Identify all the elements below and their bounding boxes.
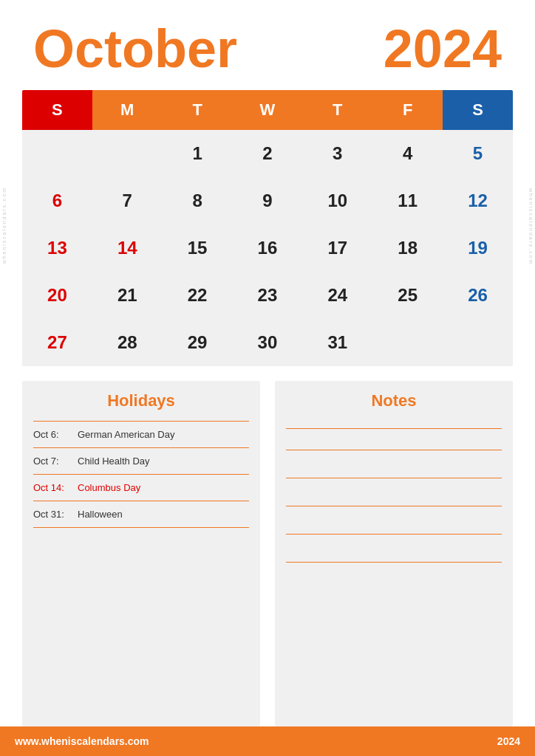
holiday-name: Halloween [78, 509, 123, 520]
notes-header: Notes [275, 381, 513, 421]
day-cell: 27 [22, 319, 92, 366]
month-title: October [33, 22, 237, 75]
day-cell: 31 [302, 319, 372, 366]
footer: www.wheniscalendars.com 2024 [0, 726, 535, 756]
calendar-week-2: 6789101112 [22, 177, 513, 224]
day-cell: 13 [22, 224, 92, 272]
header-thursday: T [302, 90, 372, 130]
day-cell: 1 [163, 130, 233, 177]
day-cell: 21 [92, 272, 163, 319]
notes-lines [275, 421, 513, 576]
holiday-item: Oct 14:Columbus Day [33, 475, 249, 501]
calendar-week-3: 13141516171819 [22, 224, 513, 272]
header-sunday: S [22, 90, 92, 130]
holidays-header: Holidays [22, 381, 260, 421]
watermark-left: w h e n i s c a l e n d a r s . c o m [0, 185, 21, 267]
day-cell: 26 [443, 272, 513, 319]
day-cell [92, 130, 163, 177]
page-container: w h e n i s c a l e n d a r s . c o m w … [0, 0, 535, 756]
day-cell: 10 [302, 177, 372, 224]
notes-line[interactable] [286, 456, 502, 478]
day-cell: 11 [372, 177, 443, 224]
holiday-item: Oct 31:Halloween [33, 501, 249, 528]
day-cell: 6 [22, 177, 92, 224]
day-cell: 29 [163, 319, 233, 366]
year-title: 2024 [384, 22, 502, 75]
notes-line[interactable] [286, 428, 502, 450]
notes-line[interactable] [286, 484, 502, 506]
day-cell: 25 [372, 272, 443, 319]
footer-year: 2024 [497, 735, 520, 747]
bottom-section: Holidays Oct 6:German American DayOct 7:… [22, 381, 513, 726]
holiday-name: German American Day [78, 429, 175, 440]
holiday-date: Oct 14: [33, 482, 78, 493]
holiday-date: Oct 31: [33, 509, 78, 520]
notes-line[interactable] [286, 540, 502, 563]
watermark-right: w h e n i s c a l e n d a r s . c o m [514, 185, 535, 267]
holiday-list: Oct 6:German American DayOct 7:Child Hea… [22, 421, 260, 535]
day-cell: 24 [302, 272, 372, 319]
day-cell: 9 [233, 177, 303, 224]
notes-line[interactable] [286, 512, 502, 535]
day-cell: 2 [233, 130, 303, 177]
header-wednesday: W [233, 90, 303, 130]
header-tuesday: T [163, 90, 233, 130]
day-cell: 14 [92, 224, 163, 272]
day-cell: 3 [302, 130, 372, 177]
notes-panel: Notes [275, 381, 513, 726]
day-cell: 23 [233, 272, 303, 319]
footer-url: www.wheniscalendars.com [15, 735, 149, 747]
day-header-row: S M T W T F S [22, 90, 513, 130]
calendar-container: S M T W T F S 12345678910111213141516171… [22, 90, 513, 366]
day-cell [372, 319, 443, 366]
holidays-panel: Holidays Oct 6:German American DayOct 7:… [22, 381, 260, 726]
holiday-name: Child Health Day [78, 456, 150, 467]
day-cell: 7 [92, 177, 163, 224]
header-friday: F [372, 90, 443, 130]
day-cell [22, 130, 92, 177]
day-cell: 4 [372, 130, 443, 177]
calendar-table: S M T W T F S 12345678910111213141516171… [22, 90, 513, 366]
day-cell: 28 [92, 319, 163, 366]
calendar-week-5: 2728293031 [22, 319, 513, 366]
holiday-item: Oct 7:Child Health Day [33, 448, 249, 475]
day-cell: 18 [372, 224, 443, 272]
header-saturday: S [443, 90, 513, 130]
day-cell: 30 [233, 319, 303, 366]
day-cell: 12 [443, 177, 513, 224]
day-cell: 17 [302, 224, 372, 272]
day-cell: 22 [163, 272, 233, 319]
day-cell: 20 [22, 272, 92, 319]
holiday-date: Oct 6: [33, 429, 78, 440]
holiday-name: Columbus Day [78, 482, 140, 493]
header-monday: M [92, 90, 163, 130]
day-cell: 19 [443, 224, 513, 272]
day-cell [443, 319, 513, 366]
holiday-date: Oct 7: [33, 456, 78, 467]
calendar-week-1: 12345 [22, 130, 513, 177]
header: October 2024 [0, 0, 535, 90]
day-cell: 5 [443, 130, 513, 177]
calendar-week-4: 20212223242526 [22, 272, 513, 319]
day-cell: 15 [163, 224, 233, 272]
day-cell: 8 [163, 177, 233, 224]
day-cell: 16 [233, 224, 303, 272]
holiday-item: Oct 6:German American Day [33, 421, 249, 448]
